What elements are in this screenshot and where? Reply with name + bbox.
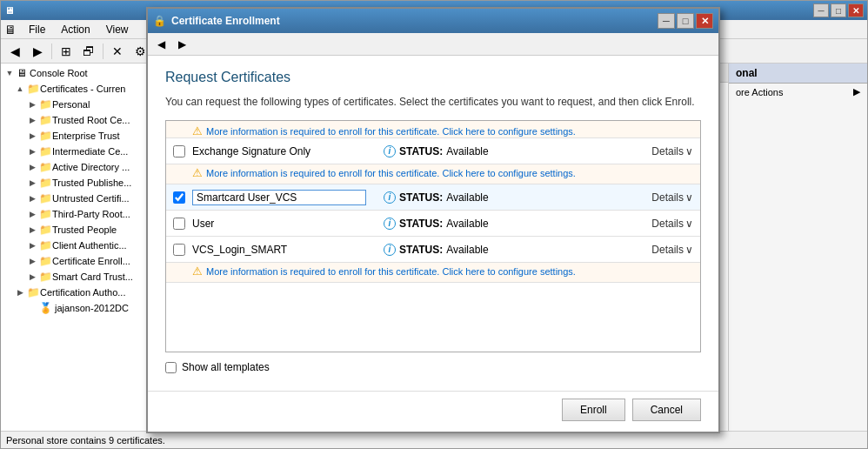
status-label-exchange: STATUS: bbox=[399, 145, 443, 157]
tree-item-personal[interactable]: ▶ 📁 Personal bbox=[1, 97, 148, 112]
dialog-restore-button[interactable]: □ bbox=[677, 13, 694, 29]
tree-label: Active Directory ... bbox=[52, 162, 130, 172]
warning-icon: ⚠ bbox=[192, 124, 203, 137]
more-actions-item[interactable]: ore Actions ▶ bbox=[729, 84, 867, 100]
enroll-button[interactable]: Enroll bbox=[562, 399, 625, 421]
expand-icon: ▶ bbox=[25, 97, 39, 111]
vcs-warning-row: ⚠ More information is required to enroll… bbox=[166, 263, 700, 283]
menu-file[interactable]: File bbox=[22, 22, 52, 37]
dialog-content: Request Certificates You can request the… bbox=[148, 56, 718, 391]
cert-checkbox-user[interactable] bbox=[173, 218, 185, 230]
exchange-warning-link-2[interactable]: ⚠ More information is required to enroll… bbox=[192, 166, 693, 179]
dialog-forward-button[interactable]: ▶ bbox=[172, 36, 191, 53]
dialog-page-title: Request Certificates bbox=[165, 70, 701, 85]
exchange-warning-link[interactable]: ⚠ More information is required to enroll… bbox=[192, 124, 693, 137]
dialog-title-text: 🔒 Certificate Enrollment bbox=[153, 15, 658, 27]
tree-label: Certificate Enroll... bbox=[52, 256, 130, 266]
expand-icon: ▶ bbox=[25, 129, 39, 143]
menu-action[interactable]: Action bbox=[54, 22, 97, 37]
dialog-back-button[interactable]: ◀ bbox=[151, 36, 170, 53]
folder-icon: 📁 bbox=[39, 192, 52, 204]
warning-text-vcs: More information is required to enroll f… bbox=[206, 266, 576, 277]
tree-item-intermediate[interactable]: ▶ 📁 Intermediate Ce... bbox=[1, 144, 148, 159]
tree-item-certificates[interactable]: ▲ 📁 Certificates - Curren bbox=[1, 81, 148, 97]
folder-icon: 📁 bbox=[39, 98, 52, 111]
details-link-vcs[interactable]: Details ∨ bbox=[651, 244, 693, 256]
delete-button[interactable]: ✕ bbox=[107, 42, 128, 61]
expand-icon: ▶ bbox=[25, 207, 39, 221]
tree-item-smart-card[interactable]: ▶ 📁 Smart Card Trust... bbox=[1, 269, 148, 285]
cert-checkbox-exchange[interactable] bbox=[173, 145, 185, 157]
menu-view[interactable]: View bbox=[99, 22, 136, 37]
cancel-button[interactable]: Cancel bbox=[632, 399, 701, 421]
vcs-warning-link[interactable]: ⚠ More information is required to enroll… bbox=[192, 265, 693, 278]
restore-button[interactable]: □ bbox=[831, 3, 846, 17]
info-icon-exchange: i bbox=[384, 145, 396, 157]
tree-item-cert-authority[interactable]: ▶ 📁 Certification Autho... bbox=[1, 285, 148, 300]
tree-item-enterprise[interactable]: ▶ 📁 Enterprise Trust bbox=[1, 128, 148, 144]
details-text-smartcard: Details bbox=[651, 191, 684, 204]
expand-icon: ▶ bbox=[25, 160, 39, 174]
tree-item-console-root[interactable]: ▼ 🖥 Console Root bbox=[1, 65, 148, 81]
details-arrow-vcs: ∨ bbox=[685, 244, 693, 256]
toolbar-separator-1 bbox=[51, 44, 52, 59]
new-window-button[interactable]: 🗗 bbox=[78, 42, 99, 61]
show-all-checkbox[interactable] bbox=[165, 362, 177, 373]
details-link-smartcard[interactable]: Details ∨ bbox=[651, 191, 693, 204]
status-value-smartcard: Available bbox=[446, 191, 488, 204]
actions-panel: onal ore Actions ▶ bbox=[728, 64, 867, 431]
cert-name-smartcard: Smartcard User_VCS bbox=[192, 190, 366, 205]
dialog-close-button[interactable]: ✕ bbox=[696, 13, 713, 29]
tree-item-client-auth[interactable]: ▶ 📁 Client Authentic... bbox=[1, 238, 148, 253]
tree-item-cert-enrollment[interactable]: ▶ 📁 Certificate Enroll... bbox=[1, 253, 148, 269]
cert-row-user: User i STATUS: Available Details ∨ bbox=[166, 211, 700, 237]
tree-item-trusted-root[interactable]: ▶ 📁 Trusted Root Ce... bbox=[1, 112, 148, 128]
details-link-exchange[interactable]: Details ∨ bbox=[651, 145, 693, 157]
expand-icon: ▶ bbox=[25, 191, 39, 205]
folder-icon: 📁 bbox=[27, 83, 40, 95]
tree-label: Trusted People bbox=[52, 224, 117, 235]
tree-label: jajanson-2012DC bbox=[55, 303, 129, 313]
cert-checkbox-smartcard[interactable] bbox=[173, 191, 185, 204]
tree-item-active-directory[interactable]: ▶ 📁 Active Directory ... bbox=[1, 159, 148, 175]
tree-item-jajanson[interactable]: 🏅 jajanson-2012DC bbox=[1, 300, 148, 316]
exchange-warning-row: ⚠ More information is required to enroll… bbox=[166, 164, 700, 184]
tree-label: Third-Party Root... bbox=[52, 209, 130, 219]
cert-row-vcs: VCS_Login_SMART i STATUS: Available Deta… bbox=[166, 237, 700, 263]
forward-button[interactable]: ▶ bbox=[27, 42, 48, 61]
tree-label: Client Authentic... bbox=[52, 240, 127, 251]
tree-item-trusted-people[interactable]: ▶ 📁 Trusted People bbox=[1, 222, 148, 238]
cert-name-exchange: Exchange Signature Only bbox=[192, 145, 366, 157]
folder-icon: 📁 bbox=[39, 161, 52, 173]
status-value-exchange: Available bbox=[446, 145, 488, 157]
details-text-user: Details bbox=[651, 218, 684, 230]
dialog-title-bar: 🔒 Certificate Enrollment ─ □ ✕ bbox=[148, 9, 718, 33]
tree-label: Certification Autho... bbox=[40, 287, 125, 298]
cert-info-smartcard: i STATUS: Available bbox=[384, 191, 489, 204]
tree-label: Certificates - Curren bbox=[40, 84, 125, 94]
tree-item-third-party[interactable]: ▶ 📁 Third-Party Root... bbox=[1, 206, 148, 222]
tree-item-trusted-publisher[interactable]: ▶ 📁 Trusted Publishe... bbox=[1, 175, 148, 191]
back-button[interactable]: ◀ bbox=[4, 42, 25, 61]
show-all-label: Show all templates bbox=[182, 361, 270, 373]
more-actions-label: ore Actions bbox=[736, 87, 783, 97]
show-all-row: Show all templates bbox=[165, 361, 701, 373]
expand-icon: ▶ bbox=[25, 238, 39, 252]
dialog-minimize-button[interactable]: ─ bbox=[658, 13, 675, 29]
close-button[interactable]: ✕ bbox=[848, 3, 864, 17]
cert-info-user: i STATUS: Available bbox=[384, 218, 489, 230]
status-text: Personal store contains 9 certificates. bbox=[6, 435, 165, 446]
details-arrow-smartcard: ∨ bbox=[685, 191, 693, 204]
tree-label: Enterprise Trust bbox=[52, 131, 120, 141]
minimize-button[interactable]: ─ bbox=[813, 3, 829, 17]
dialog-controls: ─ □ ✕ bbox=[658, 13, 713, 29]
show-hide-button[interactable]: ⊞ bbox=[56, 42, 77, 61]
details-link-user[interactable]: Details ∨ bbox=[651, 218, 693, 230]
cert-checkbox-vcs[interactable] bbox=[173, 244, 185, 256]
cert-icon: 🏅 bbox=[39, 302, 52, 314]
status-label-smartcard: STATUS: bbox=[399, 191, 443, 204]
expand-icon: ▶ bbox=[13, 285, 27, 299]
tree-item-untrusted[interactable]: ▶ 📁 Untrusted Certifi... bbox=[1, 191, 148, 206]
tree-label: Trusted Publishe... bbox=[52, 178, 131, 188]
certificate-list: ⚠ More information is required to enroll… bbox=[165, 120, 701, 352]
